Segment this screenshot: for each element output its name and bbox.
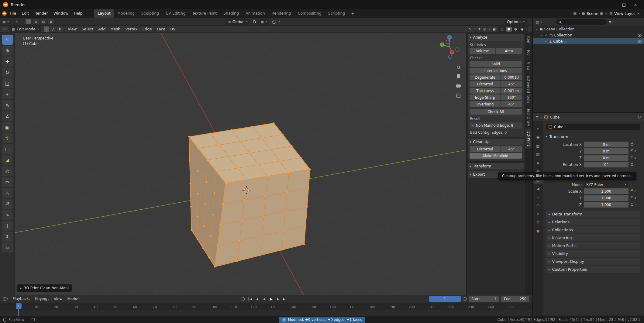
section-relations[interactable]: ▸Relations	[546, 218, 640, 225]
tool-annotate[interactable]: ✎	[2, 100, 13, 110]
camera-view-icon[interactable]	[454, 82, 462, 90]
properties-tab-modifiers[interactable]: ◢	[533, 184, 543, 192]
operator-panel[interactable]: ▸ 3D-Print Clean Non-Mani	[17, 284, 72, 292]
report-message[interactable]: i Modified: +0 vertices, +0 edges, +1 fa…	[279, 317, 366, 323]
collection-checkbox[interactable]: ✓	[544, 33, 548, 37]
tool-cursor[interactable]: ⊕	[2, 46, 13, 56]
rotation-mode-dropdown[interactable]: XYZ Euler▾	[584, 182, 629, 187]
snapping-dropdown[interactable]: ▦▾	[258, 19, 269, 25]
lock-icon[interactable]	[631, 197, 633, 199]
viewport-menu-edge[interactable]: Edge	[140, 25, 154, 33]
tool-poly-build[interactable]: △	[2, 188, 13, 198]
section-viewport-display[interactable]: ▸Viewport Display	[546, 258, 640, 265]
breadcrumb-object-name[interactable]: Cube	[550, 115, 560, 119]
tool-spin[interactable]: ↺	[2, 199, 13, 209]
menu-file[interactable]: File	[7, 9, 19, 18]
prop-value-field[interactable]: 0 m	[584, 142, 629, 147]
shading-wireframe-button[interactable]: ○	[499, 27, 505, 32]
select-mode-extend-button[interactable]: ⊞	[33, 19, 39, 24]
workspace-tab-sculpting[interactable]: Sculpting	[138, 9, 162, 18]
tool-extrude-region[interactable]: ⇧	[2, 133, 13, 143]
proportional-falloff-dropdown[interactable]: ▾	[279, 20, 280, 23]
blender-menu-logo-icon[interactable]	[2, 11, 6, 15]
properties-tab-scene[interactable]: ◈	[533, 159, 543, 167]
tool-rotate[interactable]: ↻	[2, 67, 13, 77]
end-frame-field[interactable]: End250	[501, 296, 529, 302]
object-name-field[interactable]: Cube	[546, 124, 640, 130]
panel-analyze-header[interactable]: ▾Analyze	[468, 34, 524, 41]
collapsed-arrow-icon[interactable]: ▸	[544, 40, 548, 43]
outliner-row-scene-collection[interactable]: ▾▣Scene Collection	[533, 26, 644, 32]
tool-add-cube[interactable]: ▣	[2, 122, 13, 132]
check-overhang-button[interactable]: Overhang	[470, 101, 501, 107]
check-thickness-value[interactable]: 0.001 m	[501, 88, 522, 94]
prop-value-field[interactable]: 0 m	[584, 148, 629, 154]
decorate-dot[interactable]	[635, 157, 636, 159]
transform-panel-header[interactable]: ▾Transform	[546, 133, 640, 140]
properties-tab-render[interactable]: ◉	[533, 133, 543, 141]
vertex-select-button[interactable]: •	[44, 26, 49, 32]
outliner-editor-icon[interactable]: ▤	[536, 20, 539, 24]
lock-icon[interactable]	[631, 157, 633, 159]
panel-transform-header[interactable]: ▸Transform	[468, 163, 524, 170]
cleanup-distorted-button[interactable]: Distorted	[470, 146, 501, 152]
workspace-tab-shading[interactable]: Shading	[220, 9, 242, 18]
preview-range-icon[interactable]	[463, 297, 467, 301]
shading-dropdown[interactable]: ▾	[526, 28, 527, 30]
tool-knife[interactable]: ✂	[2, 177, 13, 187]
visibility-eye-icon[interactable]	[638, 34, 642, 37]
decorate-dot[interactable]	[635, 197, 636, 199]
npanel-tab-extended-tools[interactable]: Extended Tools	[525, 74, 532, 105]
jump-end-button[interactable]: ▶▏	[282, 296, 288, 302]
scene-name[interactable]: Scene	[587, 11, 598, 16]
gizmo-x-negative[interactable]	[446, 40, 449, 44]
properties-editor-icon[interactable]: ≡	[536, 115, 539, 119]
transform-orientation-dropdown[interactable]: ◎Global▾	[226, 19, 250, 25]
gizmo-y-negative[interactable]	[456, 48, 459, 51]
decorate-dot[interactable]	[635, 204, 636, 205]
face-select-button[interactable]: ▮	[57, 26, 63, 32]
prop-value-field[interactable]: 0 m	[584, 155, 629, 161]
viewport-menu-face[interactable]: Face	[154, 25, 168, 33]
check-all-button[interactable]: Check All	[470, 109, 522, 115]
timeline-menu-view[interactable]: View	[51, 295, 65, 303]
check-degenerate-value[interactable]: 0.00010	[501, 74, 522, 80]
snap-magnet-icon[interactable]	[253, 20, 256, 23]
check-edge-sharp-value[interactable]: 160°	[501, 94, 522, 100]
lock-icon[interactable]	[631, 204, 633, 206]
shading-rendered-button[interactable]: ◉	[519, 27, 525, 32]
properties-tab-object-data[interactable]: ▽	[533, 218, 543, 226]
unlink-scene-icon[interactable]: ×	[605, 12, 608, 15]
lock-icon[interactable]	[631, 143, 633, 146]
viewport-editor-icon[interactable]: ⊞	[2, 27, 5, 31]
options-dropdown[interactable]: Options▾	[505, 19, 527, 25]
view-layer-name[interactable]: View Layer	[614, 11, 635, 16]
next-keyframe-button[interactable]: ▶	[275, 296, 281, 302]
tool-edge-slide[interactable]: ∥	[2, 221, 13, 231]
area-button[interactable]: Area	[496, 48, 522, 54]
timeline-editor-icon[interactable]	[3, 297, 6, 301]
edge-select-button[interactable]: ╱	[50, 26, 56, 32]
viewport-menu-vertex[interactable]: Vertex	[123, 25, 140, 33]
properties-tab-tool[interactable]: ⌖	[533, 125, 543, 132]
current-frame-field[interactable]: 1	[429, 296, 461, 302]
mode-dropdown[interactable]: ▦Edit Mode▾	[9, 26, 41, 32]
timeline-menu-marker[interactable]: Marker	[65, 295, 82, 303]
npanel-tab-techdraw[interactable]: TechDraw	[525, 106, 532, 128]
jump-start-button[interactable]: ▏◀	[247, 296, 253, 302]
workspace-tab-rendering[interactable]: Rendering	[268, 9, 294, 18]
menu-edit[interactable]: Edit	[19, 9, 32, 18]
properties-tab-output[interactable]: ▤	[533, 142, 543, 149]
pin-icon[interactable]	[638, 116, 641, 119]
expanded-arrow-icon[interactable]: ▾	[539, 34, 543, 37]
ortho-toggle-icon[interactable]	[454, 91, 462, 99]
viewport-menu-add[interactable]: Add	[96, 25, 108, 33]
tool-shrink-fatten[interactable]: ↕	[2, 232, 13, 242]
decorate-dot[interactable]	[635, 144, 636, 145]
properties-tab-particles[interactable]: ∴	[533, 193, 543, 201]
menu-render[interactable]: Render	[32, 9, 51, 18]
start-frame-field[interactable]: Start1	[469, 296, 499, 302]
tool-move[interactable]: ✚	[2, 57, 13, 67]
navigation-gizmo[interactable]: Z Y X	[436, 33, 463, 61]
editor-type-icon[interactable]: ▦	[2, 20, 5, 23]
